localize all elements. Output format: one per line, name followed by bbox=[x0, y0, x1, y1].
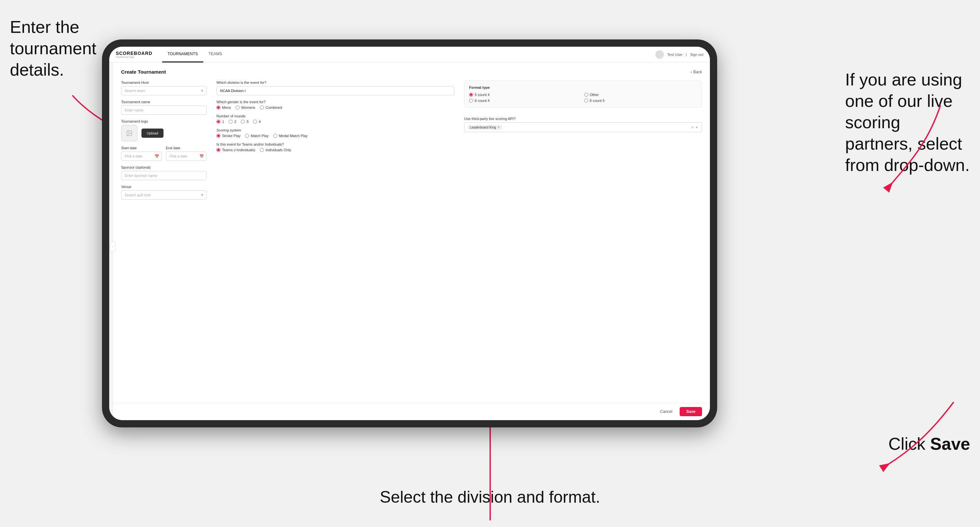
scoring-stroke[interactable]: Stroke Play bbox=[216, 134, 240, 138]
format-panel: Format type 5 count 4 Other bbox=[464, 81, 702, 108]
tablet-screen: SCOREBOARD Powered by Clippi TOURNAMENTS… bbox=[109, 47, 710, 420]
scoring-group: Scoring system Stroke Play Match Play bbox=[216, 128, 454, 138]
live-scoring-tag-input[interactable]: Leaderboard King ✕ ✕ ▼ bbox=[464, 122, 702, 132]
tournament-host-input-wrapper: ▼ bbox=[121, 86, 207, 95]
start-date-wrapper: 📅 bbox=[121, 152, 162, 161]
rounds-1[interactable]: 1 bbox=[216, 120, 224, 124]
rounds-4[interactable]: 4 bbox=[253, 120, 261, 124]
calendar-icon: 📅 bbox=[154, 154, 159, 159]
calendar-icon-2: 📅 bbox=[199, 154, 204, 159]
nav-avatar bbox=[655, 50, 664, 59]
date-row: Start date 📅 End date bbox=[121, 146, 207, 161]
format-6count5[interactable]: 6 count 5 bbox=[584, 98, 697, 103]
venue-input[interactable] bbox=[121, 190, 207, 200]
format-other[interactable]: Other bbox=[584, 93, 697, 97]
svg-point-1 bbox=[128, 132, 129, 133]
end-date-group: End date 📅 bbox=[166, 146, 207, 161]
annotation-bottom-center: Select the division and format. bbox=[380, 487, 600, 508]
annotation-bottom-right: Click Save bbox=[888, 433, 970, 455]
division-select-wrapper: NCAA Division I bbox=[216, 86, 454, 95]
live-scoring-group: Use third-party live scoring API? Leader… bbox=[464, 117, 702, 132]
teams-teams[interactable]: Teams (+Individuals) bbox=[216, 148, 255, 152]
scoring-radio-row: Stroke Play Match Play Medal Match Play bbox=[216, 134, 454, 138]
rounds-3[interactable]: 3 bbox=[241, 120, 248, 124]
venue-input-wrapper: ▼ bbox=[121, 190, 207, 200]
format-options-grid: 5 count 4 Other 6 count 4 bbox=[469, 93, 697, 103]
nav-separator: | bbox=[686, 52, 687, 57]
live-scoring-tag-pill: Leaderboard King ✕ bbox=[468, 125, 502, 130]
tournament-name-label: Tournament name bbox=[121, 100, 207, 104]
tournament-host-group: Tournament Host ▼ bbox=[121, 81, 207, 95]
form-left-col: Tournament Host ▼ Tournament name bbox=[121, 81, 207, 200]
sidebar-toggle[interactable]: › bbox=[110, 241, 116, 252]
search-icon: ▼ bbox=[200, 89, 204, 93]
sponsor-input[interactable] bbox=[121, 171, 207, 180]
main-content: Create Tournament ‹ Back Tournament Host bbox=[113, 62, 710, 403]
tablet-frame: SCOREBOARD Powered by Clippi TOURNAMENTS… bbox=[102, 40, 717, 427]
venue-label: Venue bbox=[121, 185, 207, 189]
nav-user: Test User bbox=[667, 52, 682, 57]
gender-womens[interactable]: Womens bbox=[235, 106, 255, 110]
form-right-col: Format type 5 count 4 Other bbox=[464, 81, 702, 200]
teams-radio-row: Teams (+Individuals) Individuals Only bbox=[216, 148, 454, 152]
teams-label: Is this event for Teams and/or Individua… bbox=[216, 142, 454, 146]
left-sidebar: › bbox=[109, 62, 113, 420]
rounds-label: Number of rounds bbox=[216, 114, 454, 118]
app: SCOREBOARD Powered by Clippi TOURNAMENTS… bbox=[109, 47, 710, 420]
scoring-label: Scoring system bbox=[216, 128, 454, 132]
rounds-2[interactable]: 2 bbox=[229, 120, 236, 124]
annotation-top-left: Enter the tournament details. bbox=[10, 16, 102, 81]
form-middle-col: Which division is the event for? NCAA Di… bbox=[216, 81, 454, 200]
division-group: Which division is the event for? NCAA Di… bbox=[216, 81, 454, 95]
save-button[interactable]: Save bbox=[680, 407, 702, 416]
nav-teams[interactable]: TEAMS bbox=[203, 47, 228, 62]
tag-input-toggle[interactable]: ▼ bbox=[695, 125, 698, 129]
brand-title: SCOREBOARD bbox=[116, 51, 152, 56]
live-scoring-tag-close[interactable]: ✕ bbox=[497, 125, 500, 129]
arrow-bottom-right bbox=[783, 363, 980, 494]
teams-group: Is this event for Teams and/or Individua… bbox=[216, 142, 454, 152]
sponsor-group: Sponsor (optional) bbox=[121, 165, 207, 180]
sponsor-label: Sponsor (optional) bbox=[121, 165, 207, 169]
content: › Create Tournament ‹ Back bbox=[109, 62, 710, 420]
format-type-label: Format type bbox=[469, 86, 697, 89]
tournament-name-group: Tournament name bbox=[121, 100, 207, 115]
dropdown-icon: ▼ bbox=[200, 193, 204, 197]
scoring-match[interactable]: Match Play bbox=[245, 134, 269, 138]
live-scoring-label: Use third-party live scoring API? bbox=[464, 117, 702, 121]
scoring-medal-match[interactable]: Medal Match Play bbox=[274, 134, 308, 138]
rounds-radio-row: 1 2 3 bbox=[216, 120, 454, 124]
logo-upload-area: Upload bbox=[121, 125, 207, 141]
format-5count4[interactable]: 5 count 4 bbox=[469, 93, 582, 97]
navbar: SCOREBOARD Powered by Clippi TOURNAMENTS… bbox=[109, 47, 710, 62]
end-date-wrapper: 📅 bbox=[166, 152, 207, 161]
format-6count4[interactable]: 6 count 4 bbox=[469, 98, 582, 103]
tournament-host-input[interactable] bbox=[121, 86, 207, 95]
start-date-group: Start date 📅 bbox=[121, 146, 162, 161]
gender-mens[interactable]: Mens bbox=[216, 106, 231, 110]
upload-button[interactable]: Upload bbox=[142, 129, 164, 138]
tournament-logo-group: Tournament logo bbox=[121, 119, 207, 141]
division-select[interactable]: NCAA Division I bbox=[216, 86, 454, 95]
teams-individuals[interactable]: Individuals Only bbox=[260, 148, 291, 152]
logo-placeholder bbox=[121, 125, 137, 141]
rounds-group: Number of rounds 1 2 bbox=[216, 114, 454, 124]
nav-tournaments[interactable]: TOURNAMENTS bbox=[162, 47, 203, 62]
back-link[interactable]: ‹ Back bbox=[690, 70, 702, 74]
end-date-label: End date bbox=[166, 146, 207, 150]
division-label: Which division is the event for? bbox=[216, 81, 454, 84]
gender-label: Which gender is the event for? bbox=[216, 100, 454, 104]
gender-combined[interactable]: Combined bbox=[260, 106, 282, 110]
page-title: Create Tournament bbox=[121, 69, 166, 75]
page-header: Create Tournament ‹ Back bbox=[121, 69, 702, 75]
start-date-label: Start date bbox=[121, 146, 162, 150]
annotation-top-right: If you are using one of our live scoring… bbox=[845, 69, 970, 176]
tournament-logo-label: Tournament logo bbox=[121, 119, 207, 123]
sign-out-link[interactable]: Sign out bbox=[690, 52, 703, 57]
cancel-button[interactable]: Cancel bbox=[656, 407, 676, 416]
tournament-name-input[interactable] bbox=[121, 106, 207, 115]
tag-input-clear[interactable]: ✕ bbox=[691, 125, 694, 129]
form-footer: Cancel Save bbox=[113, 403, 710, 420]
gender-radio-row: Mens Womens Combined bbox=[216, 106, 454, 110]
form-grid: Tournament Host ▼ Tournament name bbox=[121, 81, 702, 200]
